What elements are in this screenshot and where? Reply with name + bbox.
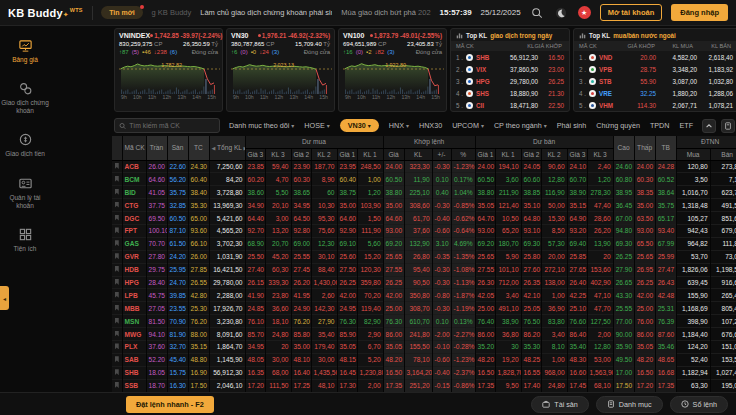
bookmark-icon[interactable] — [115, 266, 119, 272]
sidebar-icon-0 — [18, 38, 33, 53]
bookmark-icon[interactable] — [115, 227, 119, 233]
board-row-CTG[interactable]: CTG37.7532.8535.3013,969,3034.9020,1034.… — [112, 199, 736, 212]
bookmark-icon[interactable] — [115, 292, 119, 298]
index-name: VNINDEX — [119, 32, 150, 39]
bookmark-icon[interactable] — [115, 176, 119, 182]
list-item-VIX[interactable]: 2 .VIX37,860,5023.00 — [451, 63, 569, 75]
bookmark-icon[interactable] — [115, 318, 119, 324]
bookmark-icon[interactable] — [115, 305, 119, 311]
search-icon[interactable] — [530, 5, 545, 20]
stock-logo — [466, 54, 473, 61]
assets-button[interactable]: Tài sản — [531, 396, 589, 413]
order-book-button[interactable]: Sổ lệnh — [670, 396, 728, 413]
board-row-BCM[interactable]: BCM64.6056.2060.4084,2060.204,7060.308,9… — [112, 173, 736, 186]
tab-upcom[interactable]: UPCOM▾ — [452, 121, 484, 130]
quick-order-button[interactable]: Đặt lệnh nhanh - F2 — [126, 396, 214, 413]
board-row-SSB[interactable]: SSB18.7016.3017.502,046,1017.20111,5017.… — [112, 379, 736, 392]
board-row-MSN[interactable]: MSN81.5070.9076.203,230,8076.1018,1076.2… — [112, 315, 736, 328]
bookmark-icon[interactable] — [115, 382, 119, 388]
board-row-SAB[interactable]: SAB52.2045.4048.801,145,9048.0530,0048.1… — [112, 353, 736, 366]
sidebar-collapse-handle[interactable]: ◂ — [0, 286, 9, 310]
board-row-SHB[interactable]: SHB18.0515.7516.9056,912,3016.3568,0016.… — [112, 366, 736, 379]
board-row-GAS[interactable]: GAS70.7061.5066.103,702,3068.9020,7069.0… — [112, 237, 736, 250]
bookmark-icon[interactable] — [115, 369, 119, 375]
tab-hnx[interactable]: HNX▾ — [389, 121, 409, 130]
tab-etf[interactable]: ETF — [679, 121, 693, 130]
list-item-VRE[interactable]: 4 .VRE32.251,880,201,288,06 — [574, 87, 736, 99]
tab-danh-mục-theo-dõi[interactable]: Danh mục theo dõi▾ — [229, 121, 294, 130]
board-row-LPB[interactable]: LPB45.7539.8542.802,288,0041.9023,8041.9… — [112, 289, 736, 302]
board-row-FPT[interactable]: FPT100.1087.1093.604,565,2092.7013,2092.… — [112, 224, 736, 237]
tab-tpdn[interactable]: TPDN — [650, 121, 670, 130]
top-bar: KB Buddy✦WTS Tin mới g KB Buddy Làm chủ … — [0, 0, 736, 26]
bookmark-icon[interactable] — [115, 356, 119, 362]
board-row-MWG[interactable]: MWG94.1081.9088.008,091,6085.7024,8085.8… — [112, 328, 736, 341]
bookmark-icon[interactable] — [115, 163, 119, 169]
bookmark-icon[interactable] — [115, 343, 119, 349]
bookmark-icon[interactable] — [115, 240, 119, 246]
board-row-ACB[interactable]: ACB26.0022.6024.307,250,6023.8559,4023.9… — [112, 160, 736, 173]
stock-logo — [589, 54, 596, 61]
sidebar-item-quản-lý-tài-khoản[interactable]: Quản lý tài khoản — [1, 176, 49, 210]
board-row-PLX[interactable]: PLX37.6032.7035.151,864,7034.952035.0017… — [112, 340, 736, 353]
sidebar-item-tiện-ích[interactable]: Tiện ích — [1, 227, 49, 253]
list-item-STB[interactable]: 3 .STB55.903,087,001,032,80 — [574, 75, 736, 87]
list-item-CII[interactable]: 5 .CII18,471,8022.50 — [451, 99, 569, 111]
index-value-change: 1,976.21 -46.92(-2.32%) — [258, 32, 330, 39]
index-value-change: 1,742.85 -39.97(-2.24%) — [150, 32, 222, 39]
index-breadth-row: ↑6(0)▪0↓24(3)Đóng cửa — [231, 49, 330, 55]
open-account-button[interactable]: Mở tài khoản — [600, 4, 663, 21]
theme-moon-icon[interactable] — [554, 5, 569, 20]
tab-cp-theo-ngành[interactable]: CP theo ngành▾ — [494, 121, 547, 130]
tab-hnx30[interactable]: HNX30 — [419, 121, 442, 130]
top-foreign-panel: Top KL mua/bán nước ngoàiMÃ CKGIÁ KHỚPKL… — [573, 28, 736, 112]
tab-hose[interactable]: HOSE▾ — [304, 121, 329, 130]
list-item-VPB[interactable]: 2 .VPB28.753,348,201,183,92 — [574, 63, 736, 75]
search-input[interactable] — [129, 122, 215, 129]
index-row: VNINDEX1,742.85 -39.97(-2.24%)830,259,37… — [114, 28, 734, 112]
board-row-BID[interactable]: BID41.0535.7538.403,728,8038.605,5038.65… — [112, 186, 736, 199]
tab-vn30[interactable]: VN30▾ — [340, 119, 379, 132]
bookmark-icon[interactable] — [115, 279, 119, 285]
login-button[interactable]: Đăng nhập — [671, 4, 728, 21]
sidebar-item-bảng-giá[interactable]: Bảng giá — [1, 38, 49, 64]
list-item-VHM[interactable]: 5 .VHM114.302,067,711,078,21 — [574, 99, 736, 111]
stock-search-box[interactable] — [114, 118, 220, 133]
board-layout-icon[interactable] — [721, 119, 735, 133]
index-panel-vnindex[interactable]: VNINDEX1,742.85 -39.97(-2.24%)830,259,37… — [114, 28, 223, 112]
brand-logo[interactable]: KB Buddy✦WTS — [8, 7, 83, 19]
ticker-marquee-tail: g KB Buddy — [152, 8, 192, 17]
bottom-bar: Đặt lệnh nhanh - F2 Tài sản Danh mục Sổ … — [0, 392, 736, 415]
board-row-MBB[interactable]: MBB27.0523.5525.3017,926,7024.8536,6024.… — [112, 302, 736, 315]
news-badge[interactable]: Tin mới — [101, 6, 142, 19]
rewards-star-icon[interactable]: ★ — [578, 6, 591, 19]
board-tools — [702, 119, 736, 133]
filter-bar: Danh mục theo dõi▾HOSE▾VN30▾HNX▾HNX30UPC… — [114, 115, 732, 136]
list-item-VND[interactable]: 1 .VND20.004,582,002,618,40 — [574, 51, 736, 63]
sidebar-item-giao-dịch-chứng-khoán[interactable]: Giao dịch chứng khoán — [1, 81, 49, 115]
bookmark-icon[interactable] — [115, 202, 119, 208]
board-row-DGC[interactable]: DGC69.5060.5065.005,421,6064.403,0064.50… — [112, 212, 736, 225]
list-item-HPG[interactable]: 3 .HPG29,780,0026.25 — [451, 75, 569, 87]
stock-logo — [589, 78, 596, 85]
bookmark-icon[interactable] — [115, 331, 119, 337]
sidebar-item-giao-dịch-tiền[interactable]: Giao dịch tiền — [1, 132, 49, 158]
list-item-SHS[interactable]: 4 .SHS18,880,9021.30 — [451, 87, 569, 99]
board-row-HDB[interactable]: HDB29.7525.9527.8516,421,5027.4060,3027.… — [112, 263, 736, 276]
collapse-charts-icon[interactable] — [702, 119, 716, 133]
stock-logo — [466, 102, 473, 109]
index-name: VN100 — [343, 32, 364, 39]
board-row-HPG[interactable]: HPG28.4024.7026.5529,780,0026.15339,3026… — [112, 276, 736, 289]
index-panel-vn30[interactable]: VN301,976.21 -46.92(-2.32%)380,787,865 C… — [226, 28, 335, 112]
index-panel-vn100[interactable]: VN1001,873.79 -49.01(-2.55%)694,651,989 … — [338, 28, 447, 112]
tab-phái-sinh[interactable]: Phái sinh — [557, 121, 587, 130]
price-table: Mã CKTrầnSànTC◀ Tổng KL ▶Dư muaKhớp lệnh… — [112, 136, 736, 393]
bookmark-icon[interactable] — [115, 215, 119, 221]
list-item-SHB[interactable]: 1 .SHB56,912,3016.50 — [451, 51, 569, 63]
board-row-GVR[interactable]: GVR27.8024.2026.001,031,9025.5045,2025.5… — [112, 250, 736, 263]
portfolio-button[interactable]: Danh mục — [596, 396, 663, 413]
bookmark-icon[interactable] — [115, 189, 119, 195]
bookmark-icon[interactable] — [115, 253, 119, 259]
market-status: Đóng cửa — [416, 49, 442, 55]
tab-chứng-quyền[interactable]: Chứng quyền — [596, 121, 640, 130]
